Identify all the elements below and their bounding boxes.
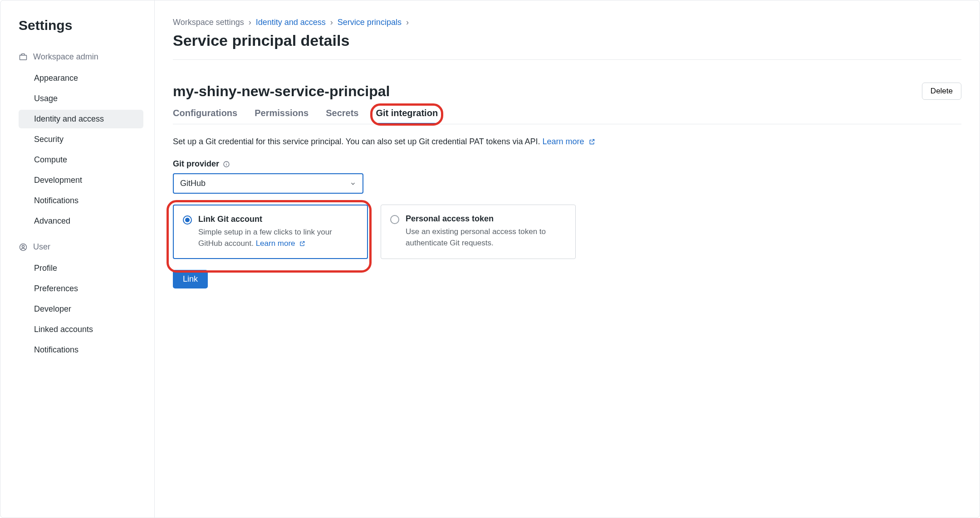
- git-provider-label: Git provider: [173, 159, 961, 169]
- tab-git-integration[interactable]: Git integration: [376, 108, 438, 124]
- sidebar-item-notifications-user[interactable]: Notifications: [19, 341, 143, 359]
- sidebar-section-workspace-admin: Workspace admin Appearance Usage Identit…: [19, 49, 143, 230]
- breadcrumb-link-identity-access[interactable]: Identity and access: [256, 18, 326, 27]
- divider: [173, 59, 961, 60]
- sidebar-item-notifications-admin[interactable]: Notifications: [19, 191, 143, 210]
- radio-description: Simple setup in a few clicks to link you…: [198, 227, 357, 249]
- sidebar-item-appearance[interactable]: Appearance: [19, 69, 143, 88]
- radio-personal-access-token[interactable]: Personal access token Use an existing pe…: [381, 205, 576, 259]
- radio-title: Link Git account: [198, 215, 357, 224]
- git-provider-selected-value: GitHub: [180, 179, 206, 188]
- sidebar-item-compute[interactable]: Compute: [19, 151, 143, 169]
- tab-bar: Configurations Permissions Secrets Git i…: [173, 108, 961, 124]
- sidebar-item-advanced[interactable]: Advanced: [19, 212, 143, 230]
- external-link-icon: [588, 138, 595, 145]
- svg-point-7: [226, 162, 226, 163]
- learn-more-link[interactable]: Learn more: [256, 239, 306, 248]
- link-button[interactable]: Link: [173, 270, 208, 288]
- sidebar-item-identity-access[interactable]: Identity and access: [19, 110, 143, 128]
- settings-sidebar: Settings Workspace admin Appearance Usag…: [0, 0, 155, 518]
- radio-link-git-account[interactable]: Link Git account Simple setup in a few c…: [173, 205, 368, 259]
- sidebar-item-security[interactable]: Security: [19, 130, 143, 149]
- sidebar-section-user: User Profile Preferences Developer Linke…: [19, 239, 143, 359]
- entity-name: my-shiny-new-service-principal: [173, 83, 390, 100]
- sidebar-title: Settings: [19, 18, 143, 33]
- page-title: Service principal details: [173, 32, 961, 49]
- sidebar-item-preferences[interactable]: Preferences: [19, 279, 143, 298]
- tab-secrets[interactable]: Secrets: [326, 108, 358, 124]
- svg-point-1: [21, 54, 22, 54]
- workspace-admin-icon: [19, 53, 28, 62]
- git-provider-select[interactable]: GitHub: [173, 173, 363, 194]
- sidebar-item-profile[interactable]: Profile: [19, 259, 143, 278]
- sidebar-item-developer[interactable]: Developer: [19, 300, 143, 318]
- user-icon: [19, 243, 28, 252]
- external-link-icon: [299, 240, 305, 247]
- sidebar-item-development[interactable]: Development: [19, 171, 143, 190]
- radio-indicator: [183, 215, 192, 225]
- breadcrumb: Workspace settings › Identity and access…: [173, 18, 961, 27]
- sidebar-heading-workspace-admin: Workspace admin: [19, 49, 143, 64]
- sidebar-heading-label: User: [33, 242, 50, 252]
- breadcrumb-item: Workspace settings: [173, 18, 244, 27]
- info-icon: [223, 161, 230, 168]
- git-auth-options: Link Git account Simple setup in a few c…: [173, 205, 576, 259]
- radio-description: Use an existing personal access token to…: [406, 226, 565, 249]
- sidebar-heading-user: User: [19, 239, 143, 254]
- tab-configurations[interactable]: Configurations: [173, 108, 237, 124]
- delete-button[interactable]: Delete: [922, 83, 961, 100]
- chevron-right-icon: ›: [330, 18, 333, 27]
- learn-more-link[interactable]: Learn more: [542, 137, 595, 146]
- svg-rect-0: [20, 55, 27, 59]
- main-content: Workspace settings › Identity and access…: [155, 0, 980, 518]
- chevron-down-icon: [350, 181, 356, 187]
- svg-point-4: [22, 245, 24, 247]
- radio-indicator: [390, 215, 399, 224]
- tab-permissions[interactable]: Permissions: [255, 108, 309, 124]
- svg-point-2: [20, 54, 21, 55]
- radio-title: Personal access token: [406, 214, 565, 224]
- sidebar-heading-label: Workspace admin: [33, 52, 98, 62]
- git-description: Set up a Git credential for this service…: [173, 137, 961, 147]
- sidebar-item-usage[interactable]: Usage: [19, 89, 143, 108]
- chevron-right-icon: ›: [406, 18, 409, 27]
- breadcrumb-link-service-principals[interactable]: Service principals: [338, 18, 402, 27]
- sidebar-item-linked-accounts[interactable]: Linked accounts: [19, 320, 143, 339]
- chevron-right-icon: ›: [249, 18, 251, 27]
